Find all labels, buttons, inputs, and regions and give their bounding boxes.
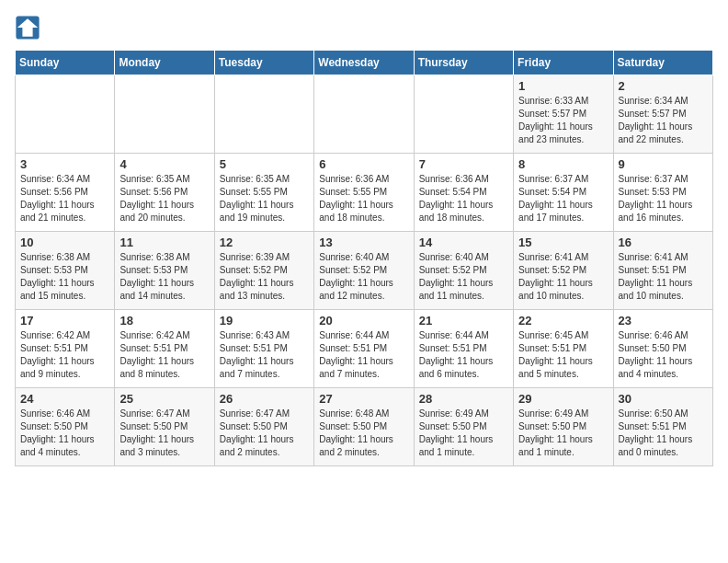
column-header-tuesday: Tuesday [214, 51, 313, 75]
day-info: Sunrise: 6:50 AMSunset: 5:51 PMDaylight:… [619, 408, 708, 459]
calendar-table: SundayMondayTuesdayWednesdayThursdayFrid… [15, 50, 713, 466]
day-info: Sunrise: 6:49 AMSunset: 5:50 PMDaylight:… [419, 408, 508, 459]
day-number: 29 [518, 392, 608, 406]
calendar-cell: 20Sunrise: 6:44 AMSunset: 5:51 PMDayligh… [314, 310, 414, 388]
calendar-cell: 19Sunrise: 6:43 AMSunset: 5:51 PMDayligh… [214, 310, 313, 388]
calendar-cell: 23Sunrise: 6:46 AMSunset: 5:50 PMDayligh… [613, 310, 712, 388]
day-number: 9 [619, 157, 708, 171]
day-info: Sunrise: 6:44 AMSunset: 5:51 PMDaylight:… [319, 329, 408, 381]
calendar-cell: 8Sunrise: 6:37 AMSunset: 5:54 PMDaylight… [514, 154, 613, 232]
day-number: 2 [619, 79, 708, 93]
calendar-week-row: 17Sunrise: 6:42 AMSunset: 5:51 PMDayligh… [16, 310, 713, 388]
day-number: 22 [518, 314, 608, 327]
day-number: 26 [220, 392, 309, 406]
day-info: Sunrise: 6:34 AMSunset: 5:56 PMDaylight:… [20, 173, 109, 224]
calendar-cell: 14Sunrise: 6:40 AMSunset: 5:52 PMDayligh… [414, 232, 513, 310]
day-number: 4 [119, 157, 209, 171]
calendar-cell: 7Sunrise: 6:36 AMSunset: 5:54 PMDaylight… [414, 154, 513, 232]
day-info: Sunrise: 6:36 AMSunset: 5:54 PMDaylight:… [419, 173, 508, 224]
day-info: Sunrise: 6:43 AMSunset: 5:51 PMDaylight:… [220, 329, 309, 381]
calendar-week-row: 3Sunrise: 6:34 AMSunset: 5:56 PMDaylight… [16, 154, 713, 232]
day-number: 14 [419, 236, 508, 249]
calendar-cell: 1Sunrise: 6:33 AMSunset: 5:57 PMDaylight… [514, 75, 613, 154]
day-number: 20 [319, 314, 408, 327]
day-number: 15 [518, 236, 608, 249]
calendar-header-row: SundayMondayTuesdayWednesdayThursdayFrid… [16, 51, 713, 75]
calendar-cell: 15Sunrise: 6:41 AMSunset: 5:52 PMDayligh… [514, 232, 613, 310]
calendar-week-row: 1Sunrise: 6:33 AMSunset: 5:57 PMDaylight… [16, 75, 713, 154]
column-header-thursday: Thursday [414, 51, 513, 75]
day-number: 17 [20, 314, 109, 327]
calendar-cell: 28Sunrise: 6:49 AMSunset: 5:50 PMDayligh… [414, 388, 513, 466]
logo [15, 15, 44, 40]
day-number: 16 [619, 236, 708, 249]
day-info: Sunrise: 6:41 AMSunset: 5:51 PMDaylight:… [619, 251, 708, 303]
day-number: 5 [220, 157, 309, 171]
calendar-cell [414, 75, 513, 154]
calendar-cell [115, 75, 214, 154]
day-number: 6 [319, 157, 408, 171]
day-info: Sunrise: 6:33 AMSunset: 5:57 PMDaylight:… [518, 95, 608, 146]
day-info: Sunrise: 6:49 AMSunset: 5:50 PMDaylight:… [518, 408, 608, 459]
day-info: Sunrise: 6:46 AMSunset: 5:50 PMDaylight:… [619, 329, 708, 381]
day-number: 25 [119, 392, 209, 406]
calendar-cell: 13Sunrise: 6:40 AMSunset: 5:52 PMDayligh… [314, 232, 414, 310]
day-info: Sunrise: 6:39 AMSunset: 5:52 PMDaylight:… [220, 251, 309, 303]
calendar-cell: 29Sunrise: 6:49 AMSunset: 5:50 PMDayligh… [514, 388, 613, 466]
day-number: 8 [518, 157, 608, 171]
calendar-cell [214, 75, 313, 154]
calendar-cell [16, 75, 115, 154]
day-number: 18 [119, 314, 209, 327]
day-info: Sunrise: 6:42 AMSunset: 5:51 PMDaylight:… [20, 329, 109, 381]
day-number: 12 [220, 236, 309, 249]
day-number: 3 [20, 157, 109, 171]
general-blue-icon [15, 15, 40, 40]
day-number: 1 [518, 79, 608, 93]
day-info: Sunrise: 6:48 AMSunset: 5:50 PMDaylight:… [319, 408, 408, 459]
calendar-cell: 18Sunrise: 6:42 AMSunset: 5:51 PMDayligh… [115, 310, 214, 388]
calendar-cell: 6Sunrise: 6:36 AMSunset: 5:55 PMDaylight… [314, 154, 414, 232]
day-info: Sunrise: 6:44 AMSunset: 5:51 PMDaylight:… [419, 329, 508, 381]
calendar-cell: 9Sunrise: 6:37 AMSunset: 5:53 PMDaylight… [613, 154, 712, 232]
day-info: Sunrise: 6:46 AMSunset: 5:50 PMDaylight:… [20, 408, 109, 459]
calendar-cell: 10Sunrise: 6:38 AMSunset: 5:53 PMDayligh… [16, 232, 115, 310]
calendar-cell: 3Sunrise: 6:34 AMSunset: 5:56 PMDaylight… [16, 154, 115, 232]
page-header [15, 15, 713, 40]
column-header-wednesday: Wednesday [314, 51, 414, 75]
column-header-monday: Monday [115, 51, 214, 75]
day-number: 7 [419, 157, 508, 171]
calendar-cell: 30Sunrise: 6:50 AMSunset: 5:51 PMDayligh… [613, 388, 712, 466]
calendar-cell: 27Sunrise: 6:48 AMSunset: 5:50 PMDayligh… [314, 388, 414, 466]
day-number: 30 [619, 392, 708, 406]
column-header-saturday: Saturday [613, 51, 712, 75]
day-info: Sunrise: 6:38 AMSunset: 5:53 PMDaylight:… [119, 251, 209, 303]
day-info: Sunrise: 6:47 AMSunset: 5:50 PMDaylight:… [119, 408, 209, 459]
day-info: Sunrise: 6:40 AMSunset: 5:52 PMDaylight:… [319, 251, 408, 303]
day-number: 24 [20, 392, 109, 406]
day-number: 23 [619, 314, 708, 327]
day-info: Sunrise: 6:36 AMSunset: 5:55 PMDaylight:… [319, 173, 408, 224]
day-number: 19 [220, 314, 309, 327]
calendar-cell: 22Sunrise: 6:45 AMSunset: 5:51 PMDayligh… [514, 310, 613, 388]
day-number: 28 [419, 392, 508, 406]
calendar-cell: 4Sunrise: 6:35 AMSunset: 5:56 PMDaylight… [115, 154, 214, 232]
calendar-cell: 24Sunrise: 6:46 AMSunset: 5:50 PMDayligh… [16, 388, 115, 466]
day-info: Sunrise: 6:37 AMSunset: 5:54 PMDaylight:… [518, 173, 608, 224]
day-info: Sunrise: 6:41 AMSunset: 5:52 PMDaylight:… [518, 251, 608, 303]
day-info: Sunrise: 6:34 AMSunset: 5:57 PMDaylight:… [619, 95, 708, 146]
column-header-sunday: Sunday [16, 51, 115, 75]
calendar-cell: 5Sunrise: 6:35 AMSunset: 5:55 PMDaylight… [214, 154, 313, 232]
day-info: Sunrise: 6:45 AMSunset: 5:51 PMDaylight:… [518, 329, 608, 381]
calendar-cell: 21Sunrise: 6:44 AMSunset: 5:51 PMDayligh… [414, 310, 513, 388]
day-info: Sunrise: 6:42 AMSunset: 5:51 PMDaylight:… [119, 329, 209, 381]
day-number: 27 [319, 392, 408, 406]
calendar-cell: 26Sunrise: 6:47 AMSunset: 5:50 PMDayligh… [214, 388, 313, 466]
day-number: 10 [20, 236, 109, 249]
day-info: Sunrise: 6:38 AMSunset: 5:53 PMDaylight:… [20, 251, 109, 303]
calendar-cell: 11Sunrise: 6:38 AMSunset: 5:53 PMDayligh… [115, 232, 214, 310]
day-number: 11 [119, 236, 209, 249]
calendar-cell: 12Sunrise: 6:39 AMSunset: 5:52 PMDayligh… [214, 232, 313, 310]
calendar-cell [314, 75, 414, 154]
day-number: 13 [319, 236, 408, 249]
day-info: Sunrise: 6:47 AMSunset: 5:50 PMDaylight:… [220, 408, 309, 459]
